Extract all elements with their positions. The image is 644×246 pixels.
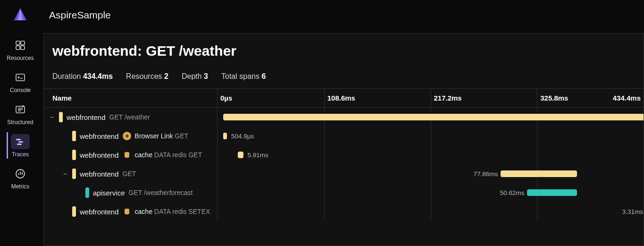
app-name: AspireSample <box>49 9 111 21</box>
span-duration-label: 77.86ms <box>474 170 498 178</box>
nav-item-console[interactable]: Console <box>7 65 33 97</box>
topbar: AspireSample <box>41 0 644 30</box>
span-bar-cell: 50.62ms <box>217 183 644 202</box>
svg-rect-7 <box>16 74 25 81</box>
database-icon <box>123 207 131 216</box>
svg-rect-6 <box>21 46 25 50</box>
span-grid: Name 0µs108.6ms217.2ms325.8ms434.4ms –we… <box>44 88 644 246</box>
service-color-tag <box>59 112 63 122</box>
span-bar[interactable] <box>501 170 577 177</box>
page-title: webfrontend: GET /weather <box>44 34 644 63</box>
span-duration-label: 504.9µs <box>231 133 254 140</box>
service-name: webfrontend <box>80 132 119 140</box>
nav-label: Metrics <box>11 183 30 190</box>
trace-summary: Duration 434.4ms Resources 2 Depth 3 Tot… <box>44 63 644 88</box>
nav-item-traces[interactable]: Traces <box>7 129 33 161</box>
nav-item-metrics[interactable]: Metrics <box>7 161 33 194</box>
svg-rect-5 <box>16 46 20 50</box>
span-row[interactable]: webfrontendcache DATA redis GET5.91ms <box>44 145 644 164</box>
span-name-cell: webfrontendcache DATA redis SETEX <box>44 202 217 221</box>
grid-line <box>324 145 325 164</box>
grid-line <box>537 127 537 145</box>
traces-icon <box>11 134 30 149</box>
span-bar[interactable] <box>238 152 243 158</box>
svg-rect-11 <box>17 144 22 145</box>
service-name: apiservice <box>93 189 125 197</box>
grid-line <box>324 127 325 145</box>
span-name-cell: webfrontendBrowser Link GET <box>44 127 217 145</box>
span-bar-cell: 3.31ms <box>217 202 644 221</box>
axis-tick: 108.6ms <box>324 89 355 107</box>
operation-name: GET <box>123 170 136 178</box>
span-rows: –webfrontendGET /weatherwebfrontendBrows… <box>44 108 644 221</box>
side-nav: Resources Console Structured Traces Metr… <box>0 0 41 246</box>
svg-rect-10 <box>18 141 23 143</box>
svg-rect-4 <box>21 41 25 45</box>
span-row[interactable]: webfrontendBrowser Link GET504.9µs <box>44 127 644 145</box>
operation-name: cache DATA redis GET <box>135 151 202 159</box>
span-bar-cell: 77.86ms <box>217 164 644 183</box>
span-row[interactable]: apiserviceGET /weatherforecast50.62ms <box>44 183 644 202</box>
grid-line <box>324 164 325 183</box>
span-bar[interactable] <box>527 189 577 196</box>
axis-tick: 325.8ms <box>537 89 568 107</box>
summary-resources: Resources 2 <box>126 72 168 81</box>
grid-line <box>324 183 325 202</box>
expander-icon[interactable]: – <box>49 114 55 120</box>
link-icon <box>123 132 131 140</box>
operation-name: GET /weatherforecast <box>129 189 193 196</box>
grid-line <box>324 202 325 221</box>
database-icon <box>123 151 131 159</box>
main: AspireSample webfrontend: GET /weather D… <box>41 0 644 246</box>
grid-header: Name 0µs108.6ms217.2ms325.8ms434.4ms <box>44 89 644 108</box>
nav-label: Console <box>10 87 31 93</box>
grid-line <box>431 145 431 164</box>
span-bar[interactable] <box>223 133 227 139</box>
svg-rect-3 <box>16 41 20 45</box>
span-bar-cell <box>217 108 644 127</box>
nav-item-resources[interactable]: Resources <box>7 33 33 65</box>
axis-tick: 0µs <box>217 89 232 107</box>
grid-line <box>431 164 431 183</box>
service-color-tag <box>72 206 76 217</box>
service-name: webfrontend <box>80 151 119 159</box>
span-row[interactable]: webfrontendcache DATA redis SETEX3.31ms <box>44 202 644 221</box>
grid-line <box>537 202 537 221</box>
summary-depth: Depth 3 <box>182 72 208 81</box>
span-bar-cell: 5.91ms <box>217 145 644 164</box>
span-duration-label: 5.91ms <box>247 152 268 159</box>
service-name: webfrontend <box>80 170 119 178</box>
app-logo <box>12 7 28 23</box>
span-name-cell: webfrontendcache DATA redis GET <box>44 145 217 164</box>
metrics-icon <box>11 166 30 181</box>
nav-label: Structured <box>7 119 33 126</box>
service-color-tag <box>85 187 89 198</box>
span-row[interactable]: –webfrontendGET /weather <box>44 108 644 127</box>
service-color-tag <box>72 150 76 160</box>
expander-icon[interactable]: – <box>62 170 68 177</box>
service-color-tag <box>72 131 76 141</box>
span-duration-label: 50.62ms <box>500 189 525 196</box>
col-header-name: Name <box>44 89 217 107</box>
span-row[interactable]: –webfrontendGET77.86ms <box>44 164 644 183</box>
grid-line <box>537 145 537 164</box>
span-bar[interactable] <box>223 114 644 120</box>
console-icon <box>11 70 30 85</box>
operation-name: GET /weather <box>109 113 150 121</box>
resources-icon <box>11 38 30 53</box>
axis-tick: 217.2ms <box>431 89 462 107</box>
summary-spans: Total spans 6 <box>221 72 266 81</box>
span-name-cell: –webfrontendGET /weather <box>44 108 217 127</box>
structured-icon <box>11 102 30 117</box>
operation-name: cache DATA redis SETEX <box>135 208 210 215</box>
nav-item-structured[interactable]: Structured <box>7 97 33 129</box>
grid-line <box>431 202 431 221</box>
summary-duration: Duration 434.4ms <box>52 72 113 81</box>
svg-rect-9 <box>16 139 21 140</box>
span-duration-label: 3.31ms <box>622 208 643 215</box>
content-panel: webfrontend: GET /weather Duration 434.4… <box>43 33 644 246</box>
axis-tick: 434.4ms <box>610 89 641 107</box>
nav-label: Traces <box>12 151 29 158</box>
span-bar-cell: 504.9µs <box>217 127 644 145</box>
operation-name: Browser Link GET <box>135 132 189 140</box>
